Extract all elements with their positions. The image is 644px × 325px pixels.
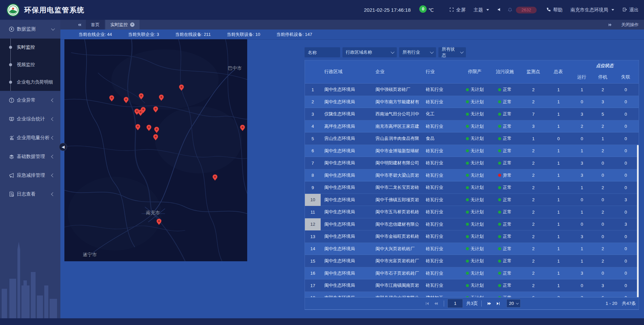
row-number-cell: 11 [305, 206, 321, 218]
chevron-down-icon [516, 302, 519, 304]
region-cell: 阆中生态环境局 [321, 145, 372, 157]
row-number: 17 [305, 279, 321, 292]
close-icon[interactable]: ✕ [130, 22, 135, 27]
table-row[interactable]: 5营山生态环境局营山县润丰肉食品有限食品无计划正常10010 [305, 132, 639, 145]
logout-button[interactable]: 退出 [622, 7, 639, 13]
running-count-cell: 1 [571, 145, 593, 157]
sidebar-group-2[interactable]: 企业异常 [0, 91, 60, 110]
production-status-cell: 无计划 [461, 108, 489, 120]
table-row[interactable]: 18南部生态环境局南部县砚化水泥有限公建材加工无计划正常62260 [305, 292, 639, 297]
sidebar-collapse-button[interactable]: ◀ [59, 143, 67, 151]
previous-page-icon[interactable] [434, 301, 438, 306]
sidebar-item-2[interactable]: 视频监控 [0, 56, 60, 73]
fullscreen-button[interactable]: 全屏 [449, 7, 466, 13]
sidebar-group-6[interactable]: 应急减排管理 [0, 166, 60, 185]
theme-menu[interactable]: 主题 [474, 7, 489, 13]
status-dot-green [466, 235, 469, 238]
first-page-icon[interactable] [425, 301, 430, 306]
sidebar-group-5[interactable]: 基础数据管理 [0, 147, 60, 166]
name-filter-input[interactable] [305, 47, 340, 57]
company-cell: 营山县润丰肉食品有限 [372, 132, 422, 145]
status-filter-select[interactable]: 所有状态 [438, 47, 466, 57]
row-number: 13 [305, 230, 321, 243]
map-pin-icon[interactable] [135, 124, 141, 132]
table-scrollbar[interactable] [637, 145, 639, 297]
company-cell: 阆中市二龙长宝页岩砖 [372, 181, 422, 194]
status-label: 正常 [503, 295, 512, 297]
lost-count-cell: 0 [613, 255, 639, 267]
lost-count-cell: 0 [613, 96, 639, 108]
table-row[interactable]: 6阆中生态环境局阆中市金博瑞新型墙材砖瓦行业无计划正常21120 [305, 145, 639, 157]
row-number-cell: 18 [305, 292, 321, 297]
sidebar-item-3[interactable]: 企业电力负荷明细 [0, 73, 60, 91]
region-cell: 营山生态环境局 [321, 132, 372, 145]
monitor-count-cell: 2 [521, 157, 546, 169]
tab-2[interactable]: 实时监控✕ [105, 20, 140, 30]
map-pin-icon[interactable] [178, 84, 184, 92]
sidebar-group-4[interactable]: 企业用电量分析 [0, 128, 60, 147]
tab-1[interactable]: 首页 [86, 20, 105, 30]
region-filter-select[interactable]: 行政区域名称 [342, 47, 397, 57]
notifications-button[interactable]: 2632 [507, 7, 537, 13]
help-button[interactable]: 帮助 [546, 7, 562, 13]
tabs-scroll-right-icon[interactable] [608, 22, 612, 27]
sidebar-group-1[interactable]: 数据监测 [0, 20, 60, 39]
table-row[interactable]: 10阆中生态环境局阆中千佛镇五郎垭页岩砖瓦行业无计划正常21003 [305, 194, 639, 206]
page-size-select[interactable]: 20 [506, 299, 521, 308]
sidebar-group-3[interactable]: 企业综合统计 [0, 110, 60, 128]
map-pin-icon[interactable] [156, 218, 162, 226]
org-menu[interactable]: 南充市生态环境局 [571, 7, 614, 13]
status-dot-green [498, 149, 501, 152]
map-pin-icon[interactable] [109, 95, 115, 103]
lost-count-cell: 0 [613, 279, 639, 292]
table-row[interactable]: 16阆中生态环境局阆中市石子页岩机砖厂砖瓦行业无计划正常21300 [305, 267, 639, 280]
close-operations-button[interactable]: 关闭操作 [621, 22, 639, 28]
table-row[interactable]: 7阆中生态环境局阆中明阳建材有限公司砖瓦行业无计划正常21300 [305, 157, 639, 169]
running-count-cell: 1 [571, 206, 593, 218]
next-page-icon[interactable] [487, 301, 492, 306]
table-row[interactable]: 8阆中生态环境局阆中市枣碧大梁山页岩砖瓦行业无计划异常21300 [305, 169, 639, 182]
table-row[interactable]: 2阆中生态环境局阆中市南方节能建材有砖瓦行业无计划正常21030 [305, 96, 639, 108]
monitor-count-cell: 2 [521, 145, 546, 157]
industry-filter-select[interactable]: 所有行业 [399, 47, 436, 57]
mute-button[interactable] [497, 7, 502, 13]
last-page-icon[interactable] [496, 301, 500, 306]
sidebar-item-1[interactable]: 实时监控 [0, 39, 60, 56]
map-pin-icon[interactable] [140, 107, 146, 115]
treatment-status-cell: 正常 [489, 96, 521, 108]
table-row[interactable]: 15阆中生态环境局阆中市光富页岩机砖厂砖瓦行业无计划正常21120 [305, 255, 639, 267]
status-dot-green [498, 284, 501, 287]
map-pin-icon[interactable] [239, 124, 246, 132]
table-row[interactable]: 3仪陇生态环境局西南油气田分公司川中化工无计划正常71350 [305, 108, 639, 120]
map-pin-icon[interactable] [154, 126, 160, 134]
table-row[interactable]: 12阆中生态环境局阆中市忠信建材有限公砖瓦行业无计划正常21003 [305, 218, 639, 231]
map-pin-icon[interactable] [153, 134, 159, 142]
map-pin-icon[interactable] [138, 93, 144, 101]
lost-count-cell: 3 [613, 194, 639, 206]
page-number-input[interactable] [447, 299, 463, 308]
map-pin-icon[interactable] [153, 106, 159, 114]
table-row[interactable]: 11阆中生态环境局阆中市五马桥页岩机砖砖瓦行业无计划正常21120 [305, 206, 639, 218]
fullscreen-label: 全屏 [456, 7, 466, 13]
map-panel[interactable]: 巴中市南充市遂宁市 [64, 39, 247, 261]
sidebar-group-7[interactable]: 日志查看 [0, 185, 60, 204]
table-row[interactable]: 14阆中生态环境局阆中大兴页岩机砖厂砖瓦行业无计划正常21120 [305, 243, 639, 255]
table-row[interactable]: 17阆中生态环境局阆中市江南镇阆南页岩砖瓦行业无计划正常21030 [305, 279, 639, 292]
table-row[interactable]: 13阆中生态环境局阆中市金福旺页岩机砖砖瓦行业无计划正常21300 [305, 230, 639, 243]
map-pin-icon[interactable] [123, 97, 129, 105]
map-pin-icon[interactable] [158, 94, 164, 102]
table-row[interactable]: 1阆中生态环境局阆中强锐页岩砖厂砖瓦行业无计划正常21120 [305, 84, 639, 96]
map-city-label: 遂宁市 [83, 252, 97, 258]
map-pin-icon[interactable] [146, 124, 152, 132]
status-label: 正常 [503, 221, 512, 227]
status-dot-green [466, 186, 469, 189]
map-pin-icon[interactable] [212, 174, 218, 182]
industry-cell: 砖瓦行业 [422, 96, 461, 108]
table-row[interactable]: 4高坪生态环境局南充市高坪区王家店建砖瓦行业无计划正常31220 [305, 120, 639, 133]
status-dot-green [466, 125, 469, 128]
tabs-scroll-left-icon[interactable] [77, 22, 82, 27]
monitor-count-cell: 7 [521, 108, 546, 120]
company-cell: 阆中大兴页岩机砖厂 [372, 243, 422, 255]
production-status-cell: 无计划 [461, 84, 489, 96]
table-row[interactable]: 9阆中生态环境局阆中市二龙长宝页岩砖砖瓦行业无计划正常21120 [305, 181, 639, 194]
